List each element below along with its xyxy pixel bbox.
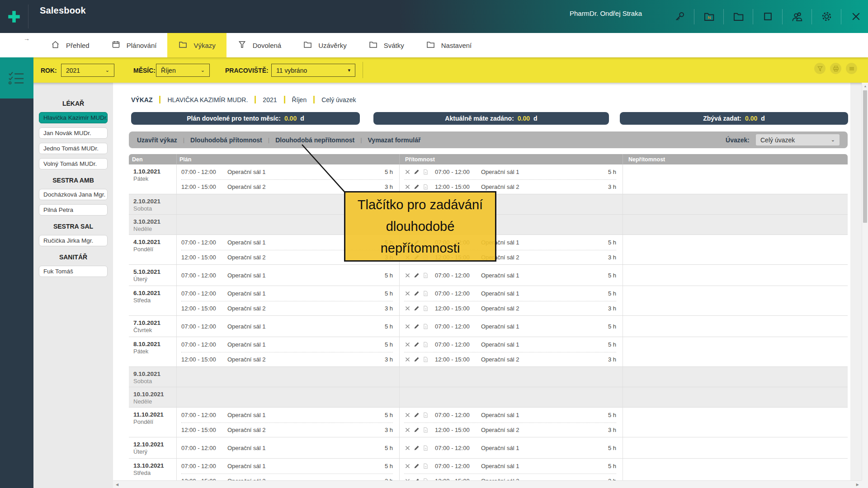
app-window: Salesbook PharmDr. Ondřej Straka N → Pře… [0, 0, 868, 488]
longterm-absence-button[interactable]: Dlouhodobá nepřítomnost [275, 136, 354, 144]
delete-icon[interactable] [404, 445, 410, 451]
back-arrow-icon[interactable]: → [24, 35, 30, 42]
row-day: Sobota [133, 205, 176, 212]
sidebar-item-staff[interactable]: Jedno Tomáš MUDr. [39, 143, 108, 154]
scroll-up-icon[interactable]: ▲ [862, 84, 868, 88]
workplace-select[interactable]: 11 vybráno ▾ [271, 64, 355, 77]
table-row: 11.10.2021Pondělí07:00 - 12:00Operační s… [129, 408, 848, 437]
contract-value: Celý úvazek [760, 136, 795, 144]
pill-value: 0.00 [518, 115, 530, 122]
tab-svatky[interactable]: Svátky [358, 33, 415, 57]
header-divider [28, 5, 28, 28]
delete-icon[interactable] [404, 323, 410, 329]
settings-icon[interactable] [819, 9, 834, 24]
scroll-right-icon[interactable]: ▶ [856, 483, 859, 487]
sidebar-item-staff[interactable]: Pilná Petra [39, 204, 108, 216]
edit-icon[interactable] [413, 290, 420, 296]
chevron-down-icon: ⌄ [201, 67, 205, 73]
sidebar-item-staff[interactable]: Ručička Jirka Mgr. [39, 235, 108, 246]
close-icon[interactable] [848, 9, 863, 24]
print-icon[interactable] [830, 63, 841, 74]
clear-form-button[interactable]: Vymazat formulář [368, 136, 421, 144]
edit-icon[interactable] [413, 412, 420, 418]
tab-planovani[interactable]: Plánování [100, 33, 168, 57]
key-icon[interactable] [672, 9, 687, 24]
vertical-scroll-thumb[interactable] [863, 90, 867, 223]
folder-icon[interactable] [731, 9, 746, 24]
edit-icon[interactable] [413, 427, 420, 433]
tab-label: Svátky [384, 42, 404, 49]
edit-icon[interactable] [413, 323, 420, 329]
entry-place: Operační sál 1 [481, 412, 519, 418]
users-icon[interactable] [789, 9, 805, 24]
tab-vykazy[interactable]: Výkazy [167, 33, 226, 57]
edit-icon[interactable] [413, 445, 420, 451]
delete-icon[interactable] [404, 169, 410, 175]
tab-dovolena[interactable]: Dovolená [226, 33, 292, 57]
entry-hours: 5 h [385, 272, 393, 279]
tab-nastaveni[interactable]: Nastavení [415, 33, 483, 57]
delete-icon[interactable] [404, 463, 410, 469]
plan-cell: 07:00 - 12:00Operační sál 15 h12:00 - 15… [176, 459, 399, 480]
entry-time: 07:00 - 12:00 [435, 290, 475, 297]
absence-cell [623, 337, 848, 366]
entry-time: 07:00 - 12:00 [181, 239, 221, 246]
row-date: 1.10.2021 [133, 168, 176, 175]
entry-actions [404, 290, 429, 296]
longterm-presence-button[interactable]: Dlouhodobá přítomnost [190, 136, 262, 144]
day-cell: 4.10.2021Pondělí [129, 235, 176, 264]
maximize-icon[interactable] [760, 9, 775, 24]
table-header: Den Plán Přítomnost Nepřítomnost [129, 154, 848, 164]
edit-icon[interactable] [413, 169, 420, 175]
delete-icon[interactable] [404, 272, 410, 278]
edit-icon[interactable] [413, 356, 420, 362]
edit-icon[interactable] [413, 341, 420, 347]
contract-filter: Úvazek: Celý úvazek ⌄ [726, 134, 840, 145]
delete-icon[interactable] [404, 341, 410, 347]
delete-icon[interactable] [404, 356, 410, 362]
entry-place: Operační sál 2 [227, 183, 266, 190]
tab-prehled[interactable]: Přehled [40, 33, 100, 57]
row-day: Úterý [133, 276, 176, 283]
sidebar-item-staff[interactable]: Jan Novák MUDr. [39, 127, 108, 139]
entry-time: 07:00 - 12:00 [181, 341, 221, 348]
edit-icon[interactable] [413, 183, 420, 190]
sidebar-item-staff[interactable]: Hlavička Kazimír MUDr. [39, 112, 108, 123]
pill-label: Zbývá zadat: [703, 115, 741, 122]
table-row: 5.10.2021Úterý07:00 - 12:00Operační sál … [129, 265, 848, 286]
edit-icon[interactable] [413, 305, 420, 311]
delete-icon[interactable] [404, 427, 410, 433]
row-date: 4.10.2021 [133, 238, 176, 246]
contract-select[interactable]: Celý úvazek ⌄ [756, 134, 840, 145]
table-row: 6.10.2021Středa07:00 - 12:00Operační sál… [129, 286, 848, 316]
delete-icon[interactable] [404, 412, 410, 418]
entry-hours: 3 h [385, 305, 393, 312]
edit-icon[interactable] [413, 272, 420, 278]
month-select[interactable]: Říjen ⌄ [156, 64, 210, 77]
folder-n-icon[interactable]: N [701, 9, 717, 24]
copy-icon [422, 290, 429, 296]
tab-label: Uzávěrky [318, 42, 347, 49]
copy-icon [422, 305, 429, 311]
presence-cell: 07:00 - 12:00Operační sál 15 h12:00 - 15… [399, 459, 623, 480]
sidebar-item-staff[interactable]: Fuk Tomáš [39, 266, 108, 277]
tab-uzaverky[interactable]: Uzávěrky [292, 33, 358, 57]
schedule-entry: 07:00 - 12:00Operační sál 15 h [181, 319, 393, 334]
entry-hours: 3 h [608, 427, 616, 433]
home-icon [51, 40, 60, 51]
rail-teal-section [0, 57, 33, 99]
close-report-button[interactable]: Uzavřít výkaz [137, 136, 177, 144]
year-select[interactable]: 2021 ⌄ [61, 64, 114, 77]
delete-icon[interactable] [404, 183, 410, 190]
menu-icon[interactable] [846, 63, 857, 74]
sidebar-item-staff[interactable]: Docházková Jana Mgr. [39, 189, 108, 200]
filter-icon[interactable] [814, 63, 826, 74]
schedule-entry: 07:00 - 12:00Operační sál 15 h [404, 268, 616, 283]
horizontal-scrollbar[interactable]: ◀ ▶ [113, 480, 862, 488]
scroll-left-icon[interactable]: ◀ [116, 483, 118, 487]
delete-icon[interactable] [404, 305, 410, 311]
vertical-scrollbar[interactable]: ▲ [862, 83, 868, 480]
sidebar-item-staff[interactable]: Volný Tomáš MUDr. [39, 158, 108, 169]
delete-icon[interactable] [404, 290, 410, 296]
edit-icon[interactable] [413, 463, 420, 469]
